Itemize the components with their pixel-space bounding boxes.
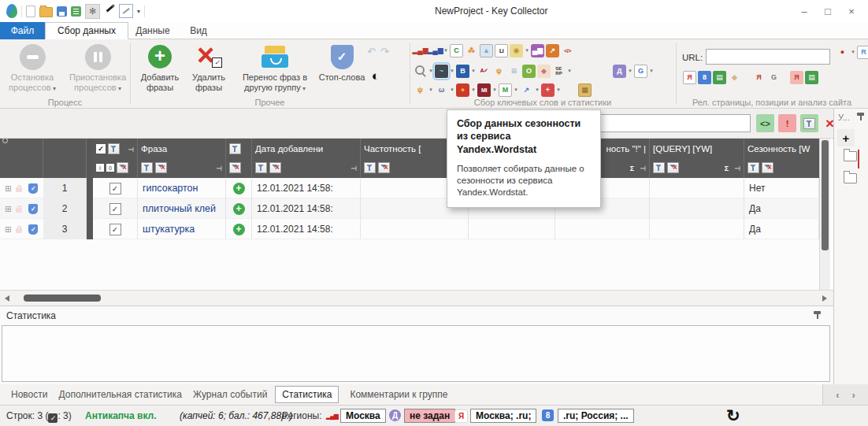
- liveinternet-icon[interactable]: Li: [495, 44, 508, 57]
- expand-icon[interactable]: ⊞: [5, 184, 11, 193]
- header-phrase[interactable]: Фраза: [138, 139, 226, 178]
- add-child-icon[interactable]: [233, 183, 245, 194]
- header-checkbox-column[interactable]: I0: [93, 139, 138, 178]
- filter-icon[interactable]: [108, 143, 120, 154]
- green-o-icon[interactable]: O: [522, 65, 536, 78]
- header-query-yw[interactable]: [QUERY] [YW]: [650, 139, 744, 178]
- yandex-direct-dots-icon[interactable]: ⁂: [465, 44, 478, 57]
- wordstat-bars-red-icon[interactable]: ▂▄▆: [414, 44, 427, 57]
- scroll-left-icon[interactable]: [5, 295, 9, 302]
- stop-words-button[interactable]: Стоп-слова: [318, 42, 365, 83]
- row-shield-icon[interactable]: [28, 204, 38, 214]
- google-g-icon[interactable]: G: [634, 65, 647, 78]
- header-add-column[interactable]: [226, 139, 252, 178]
- filter-clear-icon[interactable]: [667, 162, 679, 173]
- search-suggest-icon[interactable]: [414, 65, 427, 78]
- filter-clear-icon[interactable]: [117, 162, 128, 173]
- picture-stats-icon[interactable]: ▲: [480, 44, 493, 57]
- tab-group-comments[interactable]: Комментарии к группе: [350, 389, 447, 400]
- maps-icon[interactable]: ◆: [537, 65, 551, 78]
- expand-icon[interactable]: ⊞: [5, 225, 11, 234]
- filter-icon[interactable]: [141, 162, 153, 173]
- mi-red-icon-dropdown[interactable]: ▾: [491, 87, 498, 93]
- lock-icon[interactable]: [16, 206, 22, 213]
- region-chip-direct[interactable]: не задан: [404, 409, 455, 423]
- orange-chart-icon[interactable]: ↗: [546, 44, 559, 57]
- wordstat-seasonality-icon[interactable]: ~: [435, 65, 448, 78]
- column-splitter[interactable]: [87, 139, 93, 239]
- pacman-red-icon-dropdown[interactable]: ▾: [850, 49, 856, 55]
- bing-icon[interactable]: B: [456, 65, 469, 78]
- wordstat-bars-blue-icon[interactable]: ▂▄▆: [428, 44, 442, 57]
- arrow-up-icon[interactable]: ↗: [520, 83, 533, 97]
- tab-event-log[interactable]: Журнал событий: [193, 389, 267, 400]
- close-button[interactable]: ×: [840, 3, 863, 19]
- pin-icon[interactable]: [814, 311, 821, 320]
- move-phrases-button[interactable]: Перенос фраз в другую группу: [233, 42, 317, 94]
- calculator-icon[interactable]: ⊞: [507, 65, 521, 78]
- contrast-icon[interactable]: ◐: [367, 68, 384, 85]
- apply-filter-button[interactable]: [800, 114, 818, 132]
- yandex-page-icon[interactable]: Я: [683, 71, 696, 84]
- region-chip-yandex[interactable]: Москва; .ru;: [470, 409, 536, 423]
- phrase-cell[interactable]: штукатурка: [138, 219, 226, 239]
- tab-news[interactable]: Новости: [11, 389, 47, 400]
- pin-icon[interactable]: [857, 113, 864, 121]
- tab-extra-statistics[interactable]: Дополнительная статистика: [58, 389, 182, 400]
- pin-icon[interactable]: [216, 163, 222, 172]
- add-child-icon[interactable]: [233, 203, 245, 215]
- spy-icon-dropdown[interactable]: ▾: [449, 87, 455, 93]
- target-red-icon-dropdown[interactable]: ▾: [555, 87, 562, 93]
- coin-stats-icon[interactable]: ◉: [510, 44, 523, 57]
- draw-panel-icon[interactable]: [119, 4, 133, 18]
- hand2-collect-icon-dropdown[interactable]: ▾: [428, 87, 434, 93]
- export-xls2-icon[interactable]: ▤: [805, 71, 818, 84]
- filter-clear-icon[interactable]: [229, 162, 241, 173]
- tab-data-collection[interactable]: Сбор данных: [45, 22, 128, 39]
- filter-icon[interactable]: [364, 162, 376, 173]
- fireball-icon-dropdown[interactable]: ▾: [470, 87, 477, 93]
- coin-stats-icon-dropdown[interactable]: ▾: [524, 47, 530, 54]
- mi-red-icon[interactable]: MI: [477, 83, 491, 97]
- tab-view[interactable]: Вид: [181, 22, 216, 39]
- region-chip-google[interactable]: .ru; Россия; ...: [558, 409, 634, 423]
- horizontal-scrollbar-thumb[interactable]: [24, 294, 101, 302]
- row-checkbox[interactable]: [109, 183, 121, 194]
- yandex-analysis-icon[interactable]: Я: [790, 71, 803, 84]
- delete-phrases-button[interactable]: Удалить фразы: [186, 42, 232, 93]
- tab-file[interactable]: Файл: [0, 22, 45, 39]
- filter-clear-icon[interactable]: [378, 162, 390, 173]
- google-g-icon-dropdown[interactable]: ▾: [648, 68, 655, 74]
- save-icon[interactable]: [57, 6, 67, 17]
- phrase-cell[interactable]: гипсокартон: [138, 178, 226, 198]
- direct-d-icon[interactable]: Д: [613, 65, 626, 78]
- refresh-icon[interactable]: ↻: [726, 406, 740, 425]
- hand2-collect-icon[interactable]: ψ: [414, 83, 427, 97]
- purple-chart-icon[interactable]: ▄▆: [531, 44, 544, 57]
- filter-icon[interactable]: [255, 162, 267, 173]
- hand-collect-icon[interactable]: ψ: [492, 65, 506, 78]
- wordstat-bars-blue-icon-dropdown[interactable]: ▾: [443, 47, 449, 54]
- new-file-icon[interactable]: [26, 6, 35, 17]
- pin-icon[interactable]: [734, 163, 740, 172]
- open-folder-icon[interactable]: [39, 7, 53, 17]
- pacman-red-icon[interactable]: ●: [836, 46, 849, 59]
- export-xls-icon[interactable]: [71, 6, 81, 17]
- code-stats-icon[interactable]: </>: [561, 44, 574, 57]
- target-red-icon[interactable]: +: [541, 83, 555, 97]
- redo-icon[interactable]: ↷: [380, 46, 389, 57]
- pin-icon[interactable]: [640, 163, 646, 172]
- settings-gear-icon[interactable]: [85, 4, 100, 19]
- google-rel-icon[interactable]: G: [767, 71, 781, 84]
- m-green-icon-dropdown[interactable]: ▾: [513, 87, 519, 93]
- direct-d-icon-dropdown[interactable]: ▾: [627, 68, 633, 74]
- stop-processes-button[interactable]: Остановка процессов: [2, 42, 63, 94]
- header-row-tools[interactable]: [0, 139, 43, 178]
- url-input[interactable]: [706, 49, 830, 65]
- scroll-right-icon[interactable]: [822, 295, 827, 302]
- spellcheck-icon[interactable]: A✓: [477, 65, 491, 78]
- regex-filter-button[interactable]: <>: [756, 114, 774, 132]
- row-shield-icon[interactable]: [28, 224, 38, 235]
- row-shield-icon[interactable]: [28, 183, 38, 194]
- customize-toolbar-dropdown-icon[interactable]: ▾: [137, 8, 140, 15]
